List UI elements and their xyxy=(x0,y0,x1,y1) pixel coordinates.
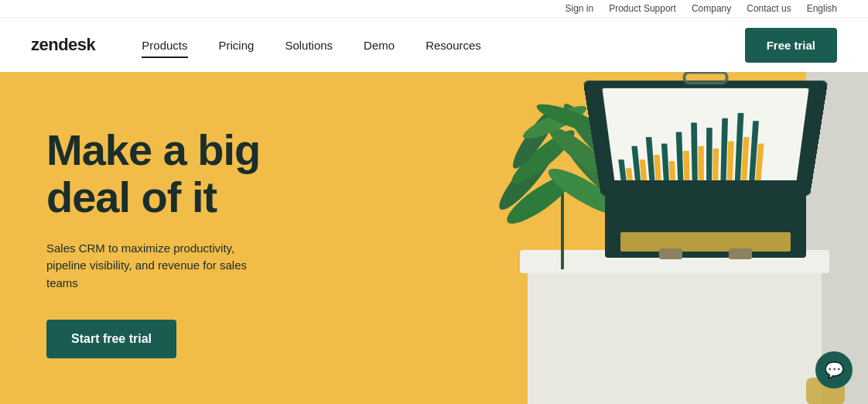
chart-bar-group xyxy=(661,143,676,184)
product-support-link[interactable]: Product Support xyxy=(609,3,676,14)
briefcase-lid xyxy=(583,80,829,196)
hero-subtitle: Sales CRM to maximize productivity, pipe… xyxy=(46,240,263,293)
briefcase-scene xyxy=(466,103,822,404)
chart-bar-teal xyxy=(691,123,698,185)
chart-bar-gold xyxy=(713,149,719,184)
chart-bar-teal xyxy=(676,132,684,184)
logo[interactable]: zendesk xyxy=(31,35,95,55)
pedestal xyxy=(528,258,822,404)
chart-bar-group xyxy=(720,118,735,184)
free-trial-button[interactable]: Free trial xyxy=(745,28,837,63)
chart-bar-gold xyxy=(683,150,689,184)
nav-demo[interactable]: Demo xyxy=(364,36,395,55)
navbar: zendesk Products Pricing Solutions Demo … xyxy=(0,18,868,72)
nav-resources[interactable]: Resources xyxy=(425,36,481,55)
contact-us-link[interactable]: Contact us xyxy=(747,3,791,14)
briefcase xyxy=(605,87,806,258)
briefcase-body xyxy=(605,180,806,258)
chart-area xyxy=(602,88,808,190)
chart-bar-group xyxy=(749,121,766,184)
chart-bar-gold xyxy=(698,146,704,185)
start-free-trial-button[interactable]: Start free trial xyxy=(46,320,176,358)
chart-bar-group xyxy=(735,113,751,184)
chat-bubble-button[interactable]: 💬 xyxy=(815,351,853,389)
chart-bar-teal xyxy=(706,128,713,184)
chart-bar-gold xyxy=(726,142,733,184)
chat-icon: 💬 xyxy=(825,361,844,379)
hero-title: Make a big deal of it xyxy=(46,126,263,221)
nav-products[interactable]: Products xyxy=(142,36,187,55)
briefcase-clasp-right xyxy=(729,248,752,259)
chart-bar-group xyxy=(706,128,719,184)
nav-solutions[interactable]: Solutions xyxy=(285,36,333,55)
briefcase-handle xyxy=(682,72,728,84)
nav-links: Products Pricing Solutions Demo Resource… xyxy=(142,36,744,55)
language-selector[interactable]: English xyxy=(807,3,837,14)
briefcase-screen xyxy=(602,88,808,190)
briefcase-clasp-left xyxy=(659,248,682,259)
chart-bar-teal xyxy=(661,143,669,184)
utility-bar: Sign in Product Support Company Contact … xyxy=(0,0,868,18)
hero-content: Make a big deal of it Sales CRM to maxim… xyxy=(0,72,294,404)
sign-in-link[interactable]: Sign in xyxy=(565,3,593,14)
nav-pricing[interactable]: Pricing xyxy=(219,36,255,55)
chart-bar-group xyxy=(691,123,704,185)
chart-bar-group xyxy=(631,146,647,185)
hero-image xyxy=(294,72,868,404)
hero-section: Make a big deal of it Sales CRM to maxim… xyxy=(0,72,868,404)
chart-bar-group xyxy=(646,137,661,184)
briefcase-keyboard xyxy=(620,232,791,252)
company-link[interactable]: Company xyxy=(692,3,731,14)
chart-bar-group xyxy=(676,132,690,184)
